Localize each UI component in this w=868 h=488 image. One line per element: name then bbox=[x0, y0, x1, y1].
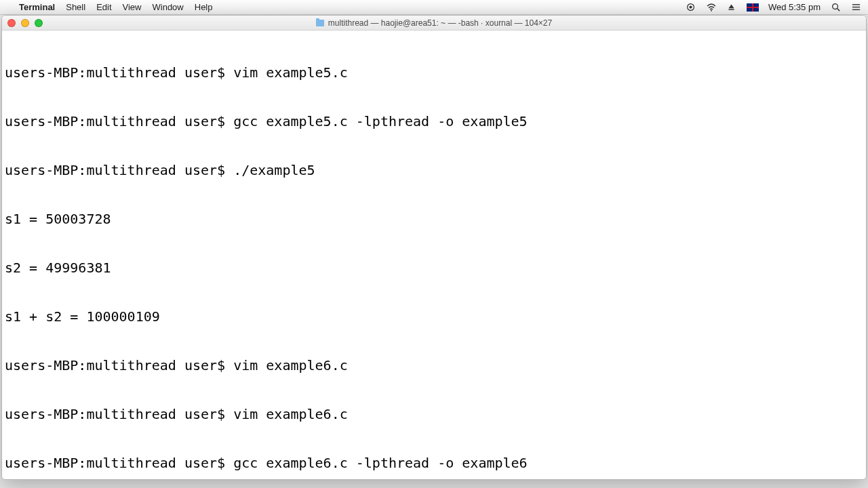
terminal-line: users-MBP:multithread user$ vim example6… bbox=[5, 357, 863, 373]
terminal-line: s2 = 49996381 bbox=[5, 260, 863, 276]
menu-help[interactable]: Help bbox=[195, 2, 213, 12]
terminal-line: users-MBP:multithread user$ gcc example6… bbox=[5, 455, 863, 471]
menu-edit[interactable]: Edit bbox=[96, 2, 111, 12]
svg-point-4 bbox=[832, 4, 837, 9]
macos-menubar: Terminal Shell Edit View Window Help Wed… bbox=[0, 0, 868, 15]
svg-line-5 bbox=[837, 9, 840, 12]
window-titlebar[interactable]: multithread — haojie@area51: ~ — -bash ·… bbox=[2, 16, 866, 30]
terminal-viewport[interactable]: users-MBP:multithread user$ vim example5… bbox=[2, 30, 866, 479]
window-title: multithread — haojie@area51: ~ — -bash ·… bbox=[2, 18, 866, 28]
wifi-icon[interactable] bbox=[706, 2, 717, 13]
terminal-line: users-MBP:multithread user$ vim example5… bbox=[5, 64, 863, 81]
svg-point-2 bbox=[711, 9, 712, 11]
terminal-window: multithread — haojie@area51: ~ — -bash ·… bbox=[1, 15, 867, 480]
menubar-clock[interactable]: Wed 5:35 pm bbox=[768, 2, 821, 12]
zoom-button[interactable] bbox=[35, 19, 43, 27]
menu-shell[interactable]: Shell bbox=[66, 2, 85, 12]
minimize-button[interactable] bbox=[21, 19, 29, 27]
svg-rect-3 bbox=[729, 9, 734, 9]
active-app-name[interactable]: Terminal bbox=[19, 2, 55, 12]
window-title-text: multithread — haojie@area51: ~ — -bash ·… bbox=[328, 18, 552, 28]
svg-point-1 bbox=[690, 5, 692, 8]
eject-icon[interactable] bbox=[726, 2, 737, 13]
terminal-line: users-MBP:multithread user$ ./example5 bbox=[5, 162, 863, 178]
window-traffic-lights bbox=[2, 19, 43, 27]
notification-center-icon[interactable] bbox=[850, 2, 861, 13]
spotlight-icon[interactable] bbox=[830, 2, 841, 13]
menu-window[interactable]: Window bbox=[153, 2, 184, 12]
screen-record-icon[interactable] bbox=[686, 2, 696, 13]
folder-icon bbox=[316, 20, 324, 26]
terminal-line: s1 = 50003728 bbox=[5, 211, 863, 227]
menubar-right: Wed 5:35 pm bbox=[686, 2, 861, 13]
close-button[interactable] bbox=[7, 19, 16, 27]
terminal-line: users-MBP:multithread user$ vim example6… bbox=[5, 406, 863, 422]
terminal-line: users-MBP:multithread user$ gcc example5… bbox=[5, 113, 863, 129]
menu-view[interactable]: View bbox=[123, 2, 142, 12]
input-source-flag-icon[interactable] bbox=[747, 3, 759, 12]
terminal-line: s1 + s2 = 100000109 bbox=[5, 308, 863, 325]
